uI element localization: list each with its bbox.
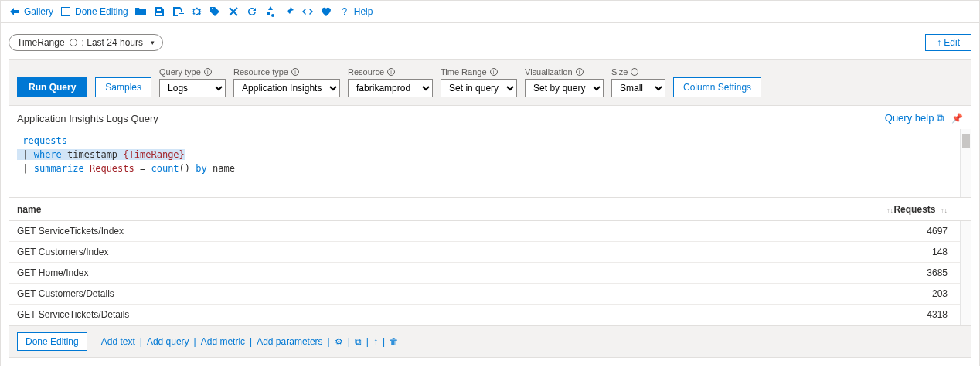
tag-icon[interactable]	[209, 5, 221, 18]
editor-scrollbar[interactable]	[960, 129, 971, 197]
delete-icon[interactable]: 🗑	[390, 336, 399, 347]
help-icon: ?	[339, 5, 351, 18]
add-query-link[interactable]: Add query	[147, 336, 189, 347]
save-as-icon[interactable]	[172, 5, 184, 18]
add-metric-link[interactable]: Add metric	[201, 336, 245, 347]
parameters-row: TimeRange i : Last 24 hours ▾ ↑ Edit	[1, 23, 979, 59]
table-row[interactable]: GET Customers/Details 203	[9, 284, 971, 305]
open-folder-icon[interactable]	[134, 5, 147, 18]
timerange-select[interactable]: Set in query	[441, 79, 517, 97]
copy-icon[interactable]: ⧉	[355, 336, 362, 347]
info-icon: i	[576, 68, 584, 76]
query-header: Application Insights Logs Query Query he…	[9, 106, 971, 129]
edit-button[interactable]: ↑ Edit	[925, 34, 971, 51]
timerange-field: Time Rangei Set in query	[441, 67, 517, 97]
timerange-value: : Last 24 hours	[82, 37, 143, 48]
info-icon: i	[204, 68, 212, 76]
size-select[interactable]: Small	[611, 79, 665, 97]
table-row[interactable]: GET ServiceTickets/Details 4318	[9, 305, 971, 325]
query-editor[interactable]: requests | where timestamp {TimeRange} |…	[9, 129, 971, 198]
top-toolbar: Gallery Done Editing ? Help	[1, 1, 979, 23]
gear-icon[interactable]	[190, 5, 202, 18]
query-help-link[interactable]: Query help ⧉	[885, 112, 944, 124]
arrow-left-icon	[9, 5, 21, 18]
table-row[interactable]: GET ServiceTickets/Index 4697	[9, 221, 971, 242]
col-requests-header[interactable]: Requests	[893, 204, 935, 215]
add-parameters-link[interactable]: Add parameters	[257, 336, 322, 347]
results-grid: GET ServiceTickets/Index 4697 GET Custom…	[9, 221, 971, 325]
workbook-editor: Gallery Done Editing ? Help TimeRange i …	[0, 0, 980, 366]
query-title: Application Insights Logs Query	[17, 113, 158, 124]
info-icon: i	[490, 68, 498, 76]
visualization-select[interactable]: Set by query	[525, 79, 604, 97]
query-type-select[interactable]: Logs	[159, 79, 226, 97]
query-panel: Run Query Samples Query typei Logs Resou…	[9, 59, 971, 358]
query-toolbar: Run Query Samples Query typei Logs Resou…	[9, 60, 971, 106]
column-settings-button[interactable]: Column Settings	[673, 77, 761, 97]
gear-icon[interactable]: ⚙	[335, 336, 343, 347]
results-header: name ↑↓ Requests ↑↓	[9, 198, 971, 221]
help-button[interactable]: ? Help	[339, 5, 373, 18]
timerange-pill[interactable]: TimeRange i : Last 24 hours ▾	[9, 34, 163, 51]
resource-field: Resourcei fabrikamprod	[348, 67, 433, 97]
done-editing-button[interactable]: Done Editing	[60, 5, 128, 18]
heart-icon[interactable]	[320, 5, 332, 18]
sort-indicator-icon[interactable]: ↑↓	[886, 206, 893, 214]
pin-query-icon[interactable]: 📌	[951, 113, 963, 124]
done-editing-label: Done Editing	[75, 6, 128, 17]
query-type-field: Query typei Logs	[159, 67, 226, 97]
add-text-link[interactable]: Add text	[101, 336, 135, 347]
chevron-down-icon: ▾	[151, 39, 155, 46]
code-icon[interactable]	[301, 5, 314, 18]
samples-button[interactable]: Samples	[95, 77, 151, 97]
info-icon: i	[70, 39, 77, 46]
pin-icon[interactable]	[283, 5, 295, 18]
table-row[interactable]: GET Home/Index 3685	[9, 263, 971, 284]
col-name-header[interactable]: name	[17, 204, 41, 215]
panel-footer: Done Editing Add text | Add query | Add …	[9, 325, 971, 357]
done-editing-icon	[60, 5, 72, 18]
resource-type-select[interactable]: Application Insights	[233, 79, 340, 97]
panel-done-editing-button[interactable]: Done Editing	[17, 332, 87, 351]
save-icon[interactable]	[153, 5, 165, 18]
visualization-field: Visualizationi Set by query	[525, 67, 604, 97]
gallery-button[interactable]: Gallery	[9, 5, 53, 18]
timerange-label: TimeRange	[17, 37, 65, 48]
results-scrollbar[interactable]	[960, 221, 971, 325]
run-query-button[interactable]: Run Query	[17, 77, 87, 97]
info-icon: i	[387, 68, 395, 76]
resource-type-field: Resource typei Application Insights	[233, 67, 340, 97]
external-link-icon: ⧉	[937, 112, 944, 124]
info-icon: i	[291, 68, 299, 76]
shapes-icon[interactable]	[264, 5, 277, 18]
sort-indicator-icon[interactable]: ↑↓	[938, 206, 948, 214]
info-icon: i	[631, 68, 638, 76]
size-field: Sizei Small	[611, 67, 665, 97]
close-icon[interactable]	[227, 5, 240, 18]
help-label: Help	[354, 6, 373, 17]
table-row[interactable]: GET Customers/Index 148	[9, 242, 971, 263]
move-up-icon[interactable]: ↑	[373, 336, 378, 347]
refresh-icon[interactable]	[246, 5, 258, 18]
gallery-label: Gallery	[24, 6, 53, 17]
resource-select[interactable]: fabrikamprod	[348, 79, 433, 97]
